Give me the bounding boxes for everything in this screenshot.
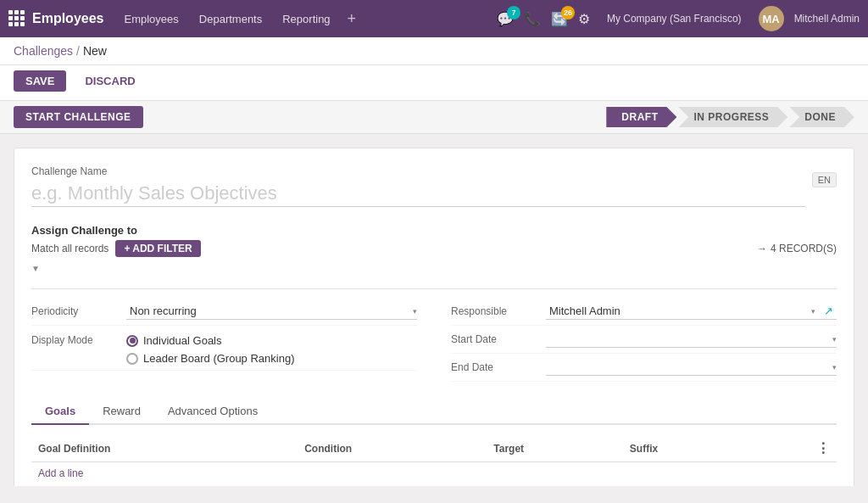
start-date-row: Start Date ▾ (451, 326, 837, 354)
top-navigation: Employees Employees Departments Reportin… (0, 0, 868, 37)
brand[interactable]: Employees (8, 10, 103, 27)
periodicity-label: Periodicity (31, 305, 116, 317)
nav-icons: 💬 7 📞 🔄 26 ⚙ My Company (San Francisco) … (497, 6, 860, 31)
start-date-wrapper: ▾ (546, 331, 837, 348)
status-steps: DRAFT IN PROGRESS DONE (606, 107, 854, 127)
nav-plus-icon[interactable]: + (342, 10, 362, 28)
periodicity-caret-icon: ▾ (413, 307, 417, 316)
chat-icon-btn[interactable]: 💬 7 (497, 11, 514, 27)
tab-goals[interactable]: Goals (31, 399, 89, 425)
phone-icon-btn[interactable]: 📞 (524, 11, 541, 27)
radio-individual-label: Individual Goals (143, 334, 222, 347)
responsible-value: Mitchell Admin ▾ ↗ (546, 303, 837, 320)
start-challenge-button[interactable]: START CHALLENGE (14, 106, 143, 128)
end-date-label: End Date (451, 361, 536, 373)
nav-employees[interactable]: Employees (115, 9, 186, 29)
end-date-wrapper: ▾ (546, 359, 837, 376)
breadcrumb-current: New (83, 44, 107, 58)
status-bar: START CHALLENGE DRAFT IN PROGRESS DONE (0, 101, 868, 134)
col-goal-definition: Goal Definition (31, 435, 298, 462)
admin-name: Mitchell Admin (794, 13, 860, 25)
action-bar: SAVE DISCARD (0, 65, 868, 101)
external-link-icon[interactable]: ↗ (824, 305, 833, 317)
end-date-row: End Date ▾ (451, 354, 837, 382)
radio-circle-leader[interactable] (126, 353, 138, 365)
radio-leader-label: Leader Board (Group Ranking) (143, 352, 295, 365)
divider (31, 288, 837, 289)
radio-individual-goals[interactable]: Individual Goals (126, 334, 295, 347)
breadcrumb: Challenges / New (0, 37, 868, 65)
main-content: Challenge Name EN Assign Challenge to Ma… (0, 134, 868, 486)
form-card: Challenge Name EN Assign Challenge to Ma… (14, 148, 854, 486)
records-count-row: → 4 RECORD(S) (757, 243, 837, 254)
challenge-name-section: Challenge Name EN (31, 165, 837, 207)
col-actions: ⋮ (753, 435, 837, 462)
table-menu-icon[interactable]: ⋮ (816, 441, 830, 455)
status-step-in-progress[interactable]: IN PROGRESS (678, 107, 787, 127)
status-step-done[interactable]: DONE (789, 107, 854, 127)
display-mode-label: Display Mode (31, 334, 116, 346)
col-target: Target (487, 435, 623, 462)
form-left-col: Periodicity Non recurring Daily Weekly M… (31, 298, 417, 382)
periodicity-select[interactable]: Non recurring Daily Weekly Monthly (126, 303, 413, 319)
col-condition: Condition (298, 435, 487, 462)
form-grid: Periodicity Non recurring Daily Weekly M… (31, 298, 837, 382)
records-count: 4 RECORD(S) (771, 243, 837, 254)
discard-button[interactable]: DISCARD (73, 70, 147, 92)
display-mode-row: Display Mode Individual Goals Leader Boa… (31, 326, 417, 371)
refresh-badge: 26 (561, 6, 575, 20)
table-header-row: Goal Definition Condition Target Suffix … (31, 435, 837, 462)
display-mode-value: Individual Goals Leader Board (Group Ran… (126, 334, 417, 365)
start-date-label: Start Date (451, 333, 536, 345)
end-date-caret-icon: ▾ (832, 363, 837, 372)
tab-reward[interactable]: Reward (89, 399, 154, 425)
assign-label: Assign Challenge to (31, 224, 837, 237)
start-date-value: ▾ (546, 331, 837, 348)
page-wrapper: Employees Employees Departments Reportin… (0, 0, 868, 503)
nav-departments[interactable]: Departments (191, 9, 270, 29)
responsible-name: Mitchell Admin (549, 305, 620, 317)
start-date-caret-icon: ▾ (832, 335, 837, 344)
grid-icon (8, 10, 25, 27)
responsible-row: Responsible Mitchell Admin ▾ ↗ (451, 298, 837, 326)
end-date-value: ▾ (546, 359, 837, 376)
tab-advanced-options[interactable]: Advanced Options (154, 399, 271, 425)
radio-circle-individual[interactable] (126, 335, 138, 347)
chevron-down-icon[interactable]: ▼ (31, 264, 40, 273)
radio-group: Individual Goals Leader Board (Group Ran… (126, 334, 295, 365)
start-date-select[interactable] (546, 331, 832, 347)
periodicity-value: Non recurring Daily Weekly Monthly ▾ (126, 303, 417, 320)
challenge-name-wrap: Challenge Name (31, 165, 805, 207)
periodicity-row: Periodicity Non recurring Daily Weekly M… (31, 298, 417, 326)
brand-title: Employees (32, 11, 103, 26)
form-right-col: Responsible Mitchell Admin ▾ ↗ (451, 298, 837, 382)
challenge-name-input[interactable] (31, 181, 805, 207)
nav-reporting[interactable]: Reporting (274, 9, 338, 29)
responsible-field[interactable]: Mitchell Admin ▾ ↗ (546, 303, 837, 320)
settings-icon-btn[interactable]: ⚙ (578, 11, 590, 27)
filter-dropdown: ▼ (31, 262, 837, 273)
col-suffix: Suffix (623, 435, 753, 462)
breadcrumb-separator: / (76, 44, 80, 58)
lang-badge: EN (812, 172, 837, 187)
breadcrumb-parent[interactable]: Challenges (14, 44, 73, 58)
assign-section: Assign Challenge to Match all records + … (31, 224, 837, 273)
tabs-bar: Goals Reward Advanced Options (31, 399, 837, 425)
match-text: Match all records (31, 243, 108, 254)
status-step-draft[interactable]: DRAFT (606, 107, 676, 127)
periodicity-select-wrapper: Non recurring Daily Weekly Monthly ▾ (126, 303, 417, 320)
goals-table: Goal Definition Condition Target Suffix … (31, 435, 837, 462)
radio-leader-board[interactable]: Leader Board (Group Ranking) (126, 352, 295, 365)
records-arrow: → (757, 243, 767, 254)
company-name: My Company (San Francisco) (600, 13, 748, 25)
chat-badge: 7 (507, 6, 520, 20)
challenge-name-label: Challenge Name (31, 165, 805, 177)
responsible-label: Responsible (451, 305, 536, 317)
add-line-button[interactable]: Add a line (31, 462, 837, 484)
add-filter-button[interactable]: + ADD FILTER (115, 240, 200, 257)
avatar: MA (759, 6, 784, 31)
end-date-select[interactable] (546, 359, 832, 375)
responsible-caret-icon: ▾ (811, 307, 815, 316)
save-button[interactable]: SAVE (14, 70, 66, 92)
refresh-icon-btn[interactable]: 🔄 26 (551, 11, 568, 27)
